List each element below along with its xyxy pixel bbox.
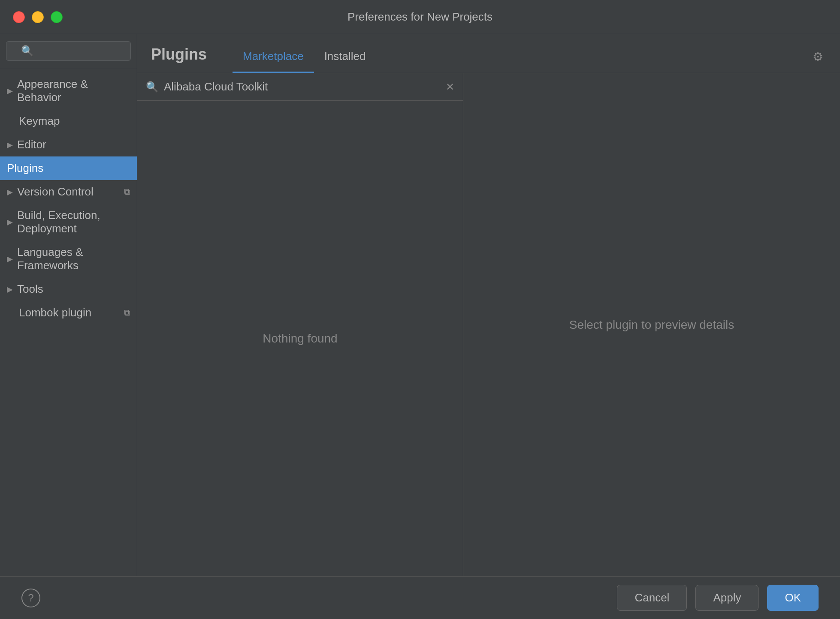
- tab-marketplace-label: Marketplace: [243, 50, 304, 63]
- main-layout: 🔍 ▶ Appearance & Behavior Keymap ▶ Edito…: [0, 34, 840, 576]
- sidebar-item-editor[interactable]: ▶ Editor: [0, 133, 137, 156]
- plugin-search-bar: 🔍 ✕: [137, 73, 463, 101]
- sidebar-search-input[interactable]: [6, 41, 131, 61]
- tab-marketplace[interactable]: Marketplace: [233, 45, 314, 73]
- apply-button[interactable]: Apply: [695, 585, 758, 611]
- title-bar: Preferences for New Projects: [0, 0, 840, 34]
- settings-gear-button[interactable]: ⚙: [809, 48, 826, 65]
- content-area: Plugins Marketplace Installed ⚙ 🔍: [137, 34, 840, 576]
- plugin-content: 🔍 ✕ Nothing found Select plugin to previ…: [137, 73, 840, 576]
- sidebar-item-build[interactable]: ▶ Build, Execution, Deployment: [0, 204, 137, 240]
- footer-buttons: Cancel Apply OK: [617, 585, 819, 611]
- sidebar-item-label: Appearance & Behavior: [17, 78, 130, 104]
- chevron-right-icon: ▶: [7, 187, 13, 197]
- cancel-button[interactable]: Cancel: [617, 585, 687, 611]
- traffic-lights: [13, 11, 63, 23]
- sidebar-item-label: Tools: [17, 282, 43, 296]
- plugins-title: Plugins: [151, 45, 207, 72]
- plugin-search-input[interactable]: [164, 80, 441, 93]
- sidebar-item-label: Keymap: [19, 114, 60, 128]
- sidebar-item-label: Version Control: [17, 185, 94, 198]
- plugin-detail-panel: Select plugin to preview details: [463, 73, 840, 576]
- gear-icon: ⚙: [813, 50, 823, 64]
- sidebar-nav: ▶ Appearance & Behavior Keymap ▶ Editor …: [0, 68, 137, 576]
- plugins-header: Plugins Marketplace Installed ⚙: [137, 34, 840, 73]
- sidebar-item-label: Editor: [17, 138, 46, 151]
- sidebar-search-wrapper: 🔍: [6, 41, 131, 61]
- copy-icon: ⧉: [124, 187, 130, 197]
- chevron-right-icon: ▶: [7, 140, 13, 150]
- help-button[interactable]: ?: [21, 589, 40, 607]
- select-plugin-text: Select plugin to preview details: [569, 318, 734, 332]
- maximize-button[interactable]: [51, 11, 63, 23]
- close-button[interactable]: [13, 11, 25, 23]
- sidebar-item-lombok[interactable]: Lombok plugin ⧉: [0, 301, 137, 325]
- sidebar-item-label: Build, Execution, Deployment: [17, 209, 130, 235]
- plugin-list-panel: 🔍 ✕ Nothing found: [137, 73, 463, 576]
- sidebar-item-version-control[interactable]: ▶ Version Control ⧉: [0, 180, 137, 204]
- copy-icon: ⧉: [124, 308, 130, 318]
- help-icon: ?: [28, 592, 33, 604]
- plugin-search-clear-button[interactable]: ✕: [446, 81, 454, 93]
- plugin-list-empty: Nothing found: [137, 101, 463, 576]
- tab-installed-label: Installed: [324, 50, 366, 63]
- sidebar-item-label: Languages & Frameworks: [17, 246, 130, 272]
- plugin-search-icon: 🔍: [146, 81, 159, 93]
- ok-button[interactable]: OK: [767, 585, 819, 611]
- minimize-button[interactable]: [32, 11, 44, 23]
- chevron-right-icon: ▶: [7, 86, 13, 96]
- chevron-right-icon: ▶: [7, 217, 13, 227]
- sidebar-item-plugins[interactable]: Plugins: [0, 156, 137, 180]
- chevron-right-icon: ▶: [7, 254, 13, 264]
- sidebar-item-label: Lombok plugin: [19, 306, 91, 319]
- nothing-found-text: Nothing found: [263, 332, 337, 346]
- sidebar-item-languages[interactable]: ▶ Languages & Frameworks: [0, 240, 137, 277]
- sidebar-item-tools[interactable]: ▶ Tools: [0, 277, 137, 301]
- footer: ? Cancel Apply OK: [0, 576, 840, 619]
- sidebar-search-container: 🔍: [0, 34, 137, 68]
- sidebar-item-keymap[interactable]: Keymap: [0, 109, 137, 133]
- chevron-right-icon: ▶: [7, 285, 13, 294]
- sidebar: 🔍 ▶ Appearance & Behavior Keymap ▶ Edito…: [0, 34, 137, 576]
- tab-bar: Marketplace Installed ⚙: [233, 45, 826, 73]
- sidebar-item-appearance[interactable]: ▶ Appearance & Behavior: [0, 72, 137, 109]
- window-title: Preferences for New Projects: [347, 10, 493, 24]
- sidebar-item-label: Plugins: [7, 162, 43, 175]
- tab-installed[interactable]: Installed: [314, 45, 376, 73]
